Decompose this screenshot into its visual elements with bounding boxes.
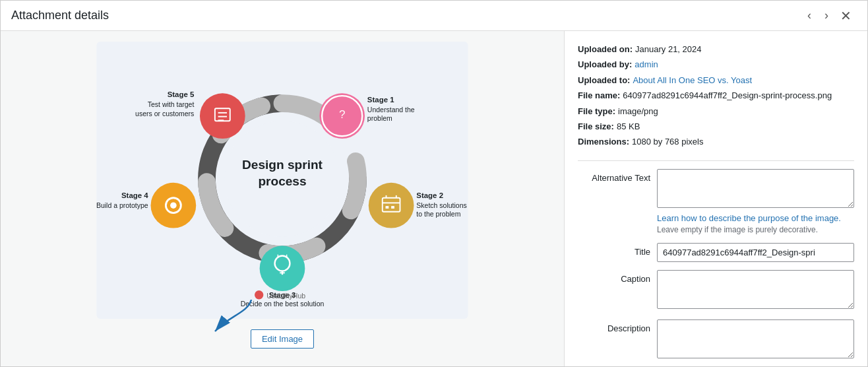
file-name-label: File name: xyxy=(578,88,620,103)
file-name-value: 640977ad8291c6944aff7ff2_Design-sprint-p… xyxy=(623,88,832,103)
svg-text:Stage 5: Stage 5 xyxy=(168,90,195,98)
svg-text:process: process xyxy=(258,174,306,187)
file-type-label: File type: xyxy=(578,104,615,119)
description-row: Description xyxy=(578,319,854,361)
image-panel: Design sprint process ? Stage 1 Understa… xyxy=(1,31,565,366)
title-input-area xyxy=(657,243,854,262)
form-section: Alternative Text Learn how to describe t… xyxy=(578,169,854,361)
file-size-label: File size: xyxy=(578,119,614,134)
uploaded-by-link[interactable]: admin xyxy=(635,57,658,72)
image-container: Design sprint process ? Stage 1 Understa… xyxy=(1,31,564,329)
description-label: Description xyxy=(578,319,650,333)
alt-text-input-area: Learn how to describe the purpose of the… xyxy=(657,169,854,235)
description-input-area xyxy=(657,319,854,361)
uploaded-on-row: Uploaded on: January 21, 2024 xyxy=(578,42,854,57)
file-type-value: image/png xyxy=(618,104,658,119)
svg-text:Design sprint: Design sprint xyxy=(242,157,323,171)
uploaded-to-link[interactable]: About All In One SEO vs. Yoast xyxy=(633,73,752,88)
title-label: Title xyxy=(578,243,650,257)
svg-text:Understand the: Understand the xyxy=(367,105,415,113)
attachment-details-modal: Attachment details ‹ › ✕ xyxy=(0,0,868,367)
modal-navigation: ‹ › ✕ xyxy=(801,5,857,26)
svg-point-32 xyxy=(170,202,177,209)
svg-text:users or customers: users or customers xyxy=(135,109,194,117)
svg-point-43 xyxy=(255,290,263,299)
dimensions-label: Dimensions: xyxy=(578,134,629,149)
svg-text:Test with target: Test with target xyxy=(148,100,195,108)
title-row: Title xyxy=(578,243,854,262)
svg-text:UsabilityHub: UsabilityHub xyxy=(266,292,305,300)
modal-header: Attachment details ‹ › ✕ xyxy=(1,1,867,31)
file-type-row: File type: image/png xyxy=(578,104,854,119)
svg-text:Stage 4: Stage 4 xyxy=(121,191,148,199)
svg-text:problem: problem xyxy=(367,114,392,122)
prev-button[interactable]: ‹ xyxy=(801,6,818,25)
meta-section: Uploaded on: January 21, 2024 Uploaded b… xyxy=(578,42,854,150)
svg-text:to the problem: to the problem xyxy=(416,210,460,218)
caption-label: Caption xyxy=(578,270,650,284)
uploaded-by-row: Uploaded by: admin xyxy=(578,57,854,72)
svg-text:Build a prototype: Build a prototype xyxy=(96,201,148,209)
uploaded-to-row: Uploaded to: About All In One SEO vs. Yo… xyxy=(578,73,854,88)
svg-rect-15 xyxy=(386,206,389,209)
file-name-row: File name: 640977ad8291c6944aff7ff2_Desi… xyxy=(578,88,854,103)
uploaded-on-value: January 21, 2024 xyxy=(635,42,701,57)
alt-text-help-link[interactable]: Learn how to describe the purpose of the… xyxy=(657,213,854,223)
alt-text-help-text: Leave empty if the image is purely decor… xyxy=(657,225,818,234)
caption-row: Caption xyxy=(578,270,854,312)
description-textarea[interactable] xyxy=(657,319,854,358)
caption-textarea[interactable] xyxy=(657,270,854,309)
uploaded-to-label: Uploaded to: xyxy=(578,73,630,88)
svg-text:Stage 1: Stage 1 xyxy=(367,95,394,103)
edit-image-area: Edit Image xyxy=(251,329,314,355)
svg-text:Sketch solutions: Sketch solutions xyxy=(416,201,466,209)
uploaded-by-label: Uploaded by: xyxy=(578,57,632,72)
divider xyxy=(578,160,854,161)
title-input[interactable] xyxy=(657,243,854,262)
alt-text-textarea[interactable] xyxy=(657,169,854,208)
close-button[interactable]: ✕ xyxy=(835,5,857,26)
details-panel: Uploaded on: January 21, 2024 Uploaded b… xyxy=(565,31,867,366)
uploaded-on-label: Uploaded on: xyxy=(578,42,633,57)
caption-input-area xyxy=(657,270,854,312)
svg-point-22 xyxy=(260,246,305,291)
alt-text-row: Alternative Text Learn how to describe t… xyxy=(578,169,854,235)
diagram-svg: Design sprint process ? Stage 1 Understa… xyxy=(88,42,477,319)
svg-rect-16 xyxy=(391,206,394,209)
svg-point-12 xyxy=(369,182,414,228)
modal-body: Design sprint process ? Stage 1 Understa… xyxy=(1,31,867,366)
svg-text:?: ? xyxy=(339,108,346,121)
file-size-row: File size: 85 KB xyxy=(578,119,854,134)
next-button[interactable]: › xyxy=(818,6,835,25)
file-size-value: 85 KB xyxy=(617,119,640,134)
alt-text-label: Alternative Text xyxy=(578,169,650,183)
modal-title: Attachment details xyxy=(11,9,109,22)
arrow-indicator xyxy=(208,300,261,333)
dimensions-value: 1080 by 768 pixels xyxy=(632,134,703,149)
svg-text:Stage 2: Stage 2 xyxy=(416,191,443,199)
dimensions-row: Dimensions: 1080 by 768 pixels xyxy=(578,134,854,149)
